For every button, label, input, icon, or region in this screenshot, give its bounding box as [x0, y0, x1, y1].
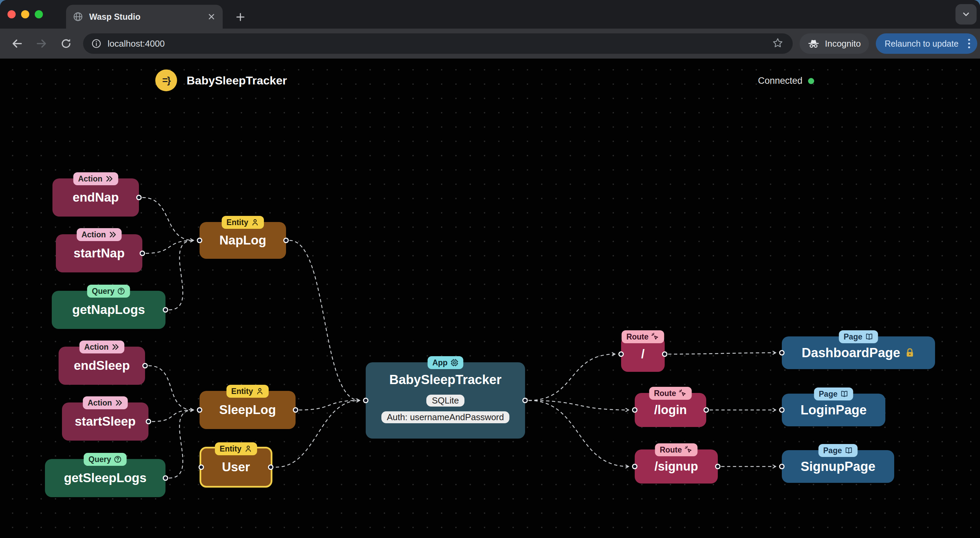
connection-handle[interactable] [779, 407, 784, 413]
url-text: localhost:4000 [108, 38, 165, 49]
connection-handle[interactable] [703, 407, 709, 413]
node-startsleep[interactable]: Action startSleep [62, 403, 148, 441]
incognito-label: Incognito [825, 38, 861, 49]
connection-handle[interactable] [632, 407, 638, 413]
badge-action: Action [76, 228, 122, 241]
connection-handle[interactable] [136, 195, 142, 200]
status-label: Connected [758, 76, 803, 86]
badge-page: Page [839, 330, 878, 343]
badge-app: App [428, 356, 463, 369]
browser-tab[interactable]: Wasp Studio [66, 5, 223, 29]
close-window-button[interactable] [8, 10, 16, 18]
cpu-icon [450, 358, 458, 367]
node-getsleeplogs[interactable]: Query getSleepLogs [45, 459, 165, 497]
wasp-logo: =} [155, 70, 177, 91]
connection-handle[interactable] [199, 465, 204, 470]
site-info-icon[interactable] [91, 38, 102, 49]
connection-handle[interactable] [293, 407, 298, 413]
node-endsleep[interactable]: Action endSleep [59, 347, 145, 385]
badge-entity: Entity [222, 216, 264, 229]
connection-handle[interactable] [363, 398, 368, 403]
new-tab-button[interactable] [232, 8, 249, 26]
node-page-dashboard[interactable]: Page DashboardPage [782, 336, 935, 369]
back-button[interactable] [10, 36, 24, 51]
connection-handle[interactable] [142, 363, 148, 368]
window-controls [8, 10, 43, 18]
connection-handle[interactable] [618, 352, 624, 357]
badge-page: Page [814, 387, 853, 400]
globe-favicon [73, 11, 83, 22]
node-naplog[interactable]: Entity NapLog [200, 222, 286, 259]
badge-query: Query [87, 285, 130, 298]
connection-handle[interactable] [163, 307, 168, 313]
connection-handle[interactable] [197, 238, 202, 243]
chevrons-right-icon [105, 175, 113, 183]
connection-handle[interactable] [146, 419, 151, 424]
badge-entity: Entity [226, 385, 269, 398]
relaunch-label: Relaunch to update [885, 39, 959, 49]
pointer-click-icon [679, 389, 687, 397]
browser-window: Wasp Studio localhost:4000 Incognito Rel… [0, 0, 980, 538]
node-sleeplog[interactable]: Entity SleepLog [200, 391, 296, 429]
connection-handle[interactable] [522, 398, 528, 403]
badge-route: Route [655, 443, 697, 456]
status-dot [808, 78, 814, 84]
node-page-signup[interactable]: Page SignupPage [782, 450, 894, 483]
chevrons-right-icon [109, 231, 117, 239]
node-route-signup[interactable]: Route /signup [635, 449, 718, 484]
node-route-root[interactable]: Route / [621, 336, 665, 372]
badge-route: Route [621, 330, 664, 343]
address-bar[interactable]: localhost:4000 [83, 33, 793, 54]
menu-kebab-icon[interactable] [968, 38, 970, 49]
help-circle-icon [117, 287, 125, 295]
node-startnap[interactable]: Action startNap [56, 234, 142, 272]
connection-handle[interactable] [662, 352, 667, 357]
minimize-window-button[interactable] [21, 10, 29, 18]
reload-button[interactable] [59, 36, 73, 51]
connection-handle[interactable] [632, 464, 638, 469]
chevrons-right-icon [115, 399, 123, 407]
book-open-icon [865, 333, 873, 341]
chevrons-right-icon [111, 343, 119, 351]
node-route-login[interactable]: Route /login [635, 393, 706, 427]
user-icon [244, 445, 252, 453]
incognito-badge: Incognito [800, 33, 869, 54]
auth-chip: Auth: usernameAndPassword [381, 411, 509, 423]
chevron-down-icon [961, 10, 971, 19]
connection-handle[interactable] [715, 464, 721, 469]
relaunch-button[interactable]: Relaunch to update [876, 33, 977, 54]
badge-entity: Entity [215, 442, 257, 455]
connection-handle[interactable] [268, 465, 274, 470]
connection-handle[interactable] [779, 464, 784, 469]
page-header: =} BabySleepTracker [155, 70, 287, 91]
incognito-icon [808, 37, 819, 50]
book-open-icon [840, 390, 848, 398]
db-chip: SQLite [426, 395, 465, 407]
tab-search-button[interactable] [956, 4, 977, 24]
bookmark-star-button[interactable] [772, 37, 783, 48]
connection-handle[interactable] [779, 350, 784, 355]
zoom-window-button[interactable] [35, 10, 43, 18]
connection-handle[interactable] [140, 251, 145, 256]
tab-strip: Wasp Studio [0, 0, 980, 29]
page-title: BabySleepTracker [186, 74, 287, 87]
connection-handle[interactable] [197, 407, 202, 413]
badge-action: Action [83, 396, 128, 409]
lock-icon [904, 347, 915, 358]
tab-close-icon[interactable] [207, 12, 216, 21]
badge-route: Route [649, 387, 692, 400]
node-user[interactable]: Entity User [200, 447, 272, 488]
node-getnaplogs[interactable]: Query getNapLogs [52, 291, 165, 329]
forward-button[interactable] [34, 36, 49, 51]
pointer-click-icon [651, 333, 660, 341]
help-circle-icon [114, 455, 122, 463]
node-app-babysleeptracker[interactable]: App BabySleepTracker SQLite Auth: userna… [366, 362, 525, 439]
connection-handle[interactable] [163, 475, 168, 481]
node-endnap[interactable]: Action endNap [52, 178, 139, 216]
badge-action: Action [73, 172, 118, 185]
user-icon [256, 387, 264, 395]
badge-action: Action [80, 341, 124, 353]
connection-handle[interactable] [283, 238, 289, 243]
user-icon [251, 218, 259, 226]
node-page-login[interactable]: Page LoginPage [782, 394, 885, 426]
